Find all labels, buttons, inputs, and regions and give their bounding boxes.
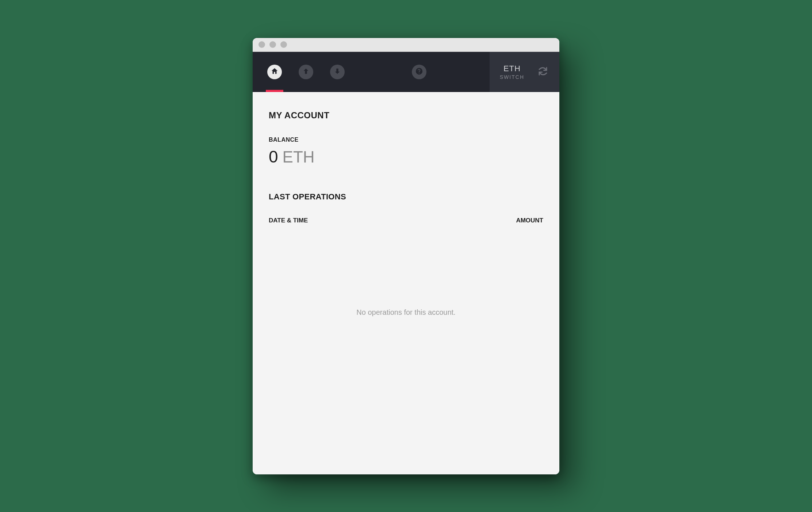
- nav-left: [253, 52, 490, 92]
- app-window: ETH SWITCH MY ACCOUNT BALANCE 0 ETH: [253, 38, 559, 474]
- window-close-button[interactable]: [258, 41, 265, 48]
- operations-table-header: DATE & TIME AMOUNT: [269, 217, 543, 224]
- currency-switch-button[interactable]: ETH SWITCH: [500, 64, 524, 80]
- nav-receive-wrap: [329, 52, 346, 92]
- top-nav: ETH SWITCH: [253, 52, 559, 92]
- currency-code: ETH: [500, 64, 524, 73]
- nav-send-wrap: [297, 52, 315, 92]
- question-icon: [415, 67, 423, 77]
- balance-unit: ETH: [283, 148, 315, 166]
- nav-send-button[interactable]: [299, 65, 313, 79]
- nav-receive-button[interactable]: [330, 65, 345, 79]
- arrow-up-icon: [302, 67, 310, 77]
- active-tab-underline: [266, 90, 283, 92]
- nav-home-button[interactable]: [267, 65, 282, 79]
- nav-help-button[interactable]: [412, 65, 426, 79]
- col-date-time: DATE & TIME: [269, 217, 308, 224]
- switch-label: SWITCH: [500, 74, 524, 80]
- account-title: MY ACCOUNT: [269, 110, 543, 121]
- nav-help-wrap: [410, 52, 428, 92]
- col-amount: AMOUNT: [516, 217, 543, 224]
- arrow-down-icon: [333, 67, 341, 77]
- balance-label: BALANCE: [269, 137, 543, 143]
- titlebar: [253, 38, 559, 52]
- operations-title: LAST OPERATIONS: [269, 192, 543, 202]
- home-icon: [271, 67, 279, 77]
- main-content: MY ACCOUNT BALANCE 0 ETH LAST OPERATIONS…: [253, 92, 559, 474]
- nav-home-wrap: [266, 52, 283, 92]
- balance-value: 0: [269, 147, 278, 167]
- window-minimize-button[interactable]: [269, 41, 276, 48]
- window-zoom-button[interactable]: [280, 41, 287, 48]
- refresh-button[interactable]: [537, 66, 549, 78]
- nav-right: ETH SWITCH: [490, 52, 559, 92]
- balance-row: 0 ETH: [269, 147, 543, 167]
- refresh-icon: [537, 66, 548, 78]
- operations-empty-message: No operations for this account.: [269, 308, 543, 317]
